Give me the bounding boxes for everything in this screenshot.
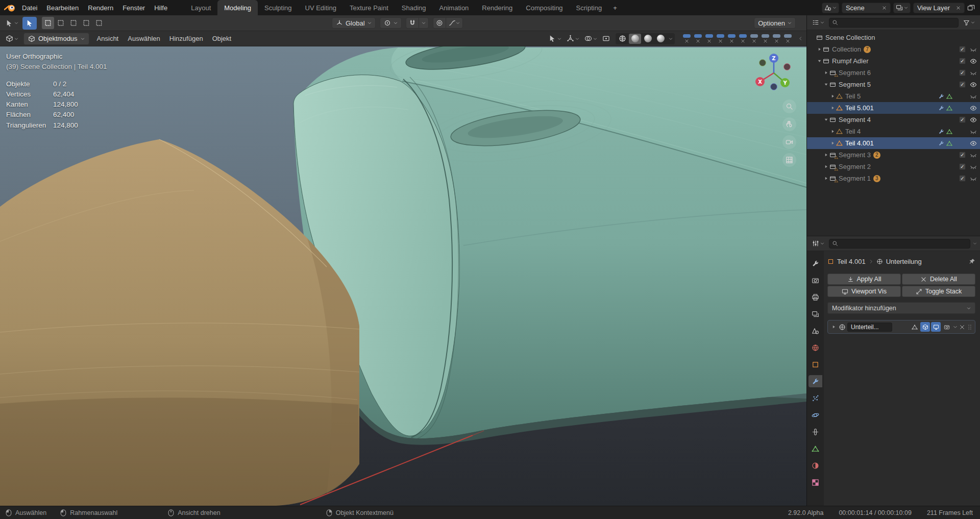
eye-closed-icon[interactable] <box>970 152 977 159</box>
disclosure-closed-icon[interactable] <box>830 325 837 329</box>
outliner-row-scene-collection[interactable]: Scene Collection <box>807 32 980 43</box>
eye-open-icon[interactable] <box>970 116 977 123</box>
exclude-checkbox[interactable] <box>959 175 966 182</box>
orientation-gizmo[interactable]: Z X Y <box>752 52 795 94</box>
tab-scripting[interactable]: Scripting <box>570 0 609 15</box>
tab-shading[interactable]: Shading <box>395 0 433 15</box>
select-mode-extend[interactable] <box>55 17 67 29</box>
eye-closed-icon[interactable] <box>970 175 977 182</box>
outliner-row-segment-3[interactable]: Segment 32 <box>807 149 980 161</box>
shading-rendered-button[interactable] <box>654 34 667 44</box>
viewport-menu-hinzufügen[interactable]: Hinzufügen <box>165 31 208 46</box>
eye-open-icon[interactable] <box>970 140 977 147</box>
modifier-extras-dropdown-icon[interactable] <box>953 325 958 329</box>
outliner-row-collection[interactable]: Collection7 <box>807 43 980 55</box>
properties-tab-material[interactable] <box>808 459 822 472</box>
properties-tab-texture[interactable] <box>808 476 822 488</box>
eye-closed-icon[interactable] <box>970 163 977 170</box>
axis-z-ball[interactable]: Z <box>769 54 778 63</box>
outliner-row-teil-4.001[interactable]: Teil 4.001 <box>807 137 980 149</box>
zoom-button[interactable] <box>782 100 796 113</box>
outliner-row-teil-5[interactable]: Teil 5 <box>807 90 980 102</box>
outliner-row-segment-6[interactable]: Segment 6 <box>807 67 980 79</box>
pan-button[interactable] <box>782 117 796 131</box>
object-type-visibility-button[interactable] <box>547 34 563 43</box>
modifier-toggle-show-in-editmode[interactable] <box>920 322 930 332</box>
axis-x-ball[interactable]: X <box>755 77 765 86</box>
outliner-editor-button[interactable] <box>810 18 826 27</box>
disclosure-closed-icon[interactable] <box>816 47 823 52</box>
disclosure-open-icon[interactable] <box>822 117 829 122</box>
shading-material-button[interactable] <box>642 34 654 44</box>
mini-toggle-1[interactable] <box>681 34 692 43</box>
eye-closed-icon[interactable] <box>970 128 977 135</box>
blender-logo-icon[interactable] <box>4 3 16 12</box>
tab-layout[interactable]: Layout <box>184 0 217 15</box>
camera-view-button[interactable] <box>782 135 796 149</box>
mini-toggle-6[interactable] <box>737 34 748 43</box>
properties-tab-world[interactable] <box>808 341 822 354</box>
disclosure-closed-icon[interactable] <box>822 153 829 157</box>
select-mode-intersect[interactable] <box>93 17 105 29</box>
axis-neg-z-ball[interactable] <box>771 84 777 90</box>
outliner-row-segment-4[interactable]: Segment 4 <box>807 114 980 126</box>
eye-closed-icon[interactable] <box>970 69 977 77</box>
properties-tab-constraints[interactable] <box>808 426 822 438</box>
screens-icon[interactable] <box>967 4 975 12</box>
add-modifier-dropdown[interactable]: Modifikator hinzufügen <box>827 302 975 314</box>
perspective-toggle-button[interactable] <box>782 153 796 167</box>
exclude-checkbox[interactable] <box>959 69 966 76</box>
exclude-checkbox[interactable] <box>959 46 966 53</box>
mode-dropdown[interactable]: Objektmodus <box>23 33 89 45</box>
menu-hilfe[interactable]: Hilfe <box>150 0 172 15</box>
add-workspace-button[interactable]: + <box>608 0 622 15</box>
modifier-name-field[interactable]: Unterteil... <box>847 323 892 332</box>
mini-toggle-8[interactable] <box>760 34 771 43</box>
disclosure-closed-icon[interactable] <box>822 70 829 75</box>
action-toggle-stack[interactable]: Toggle Stack <box>902 286 975 297</box>
mini-toggle-9[interactable] <box>771 34 782 43</box>
menu-fenster[interactable]: Fenster <box>118 0 150 15</box>
properties-tab-physics[interactable] <box>808 409 822 421</box>
exclude-checkbox[interactable] <box>959 152 966 158</box>
model-fuselage[interactable] <box>293 46 806 445</box>
properties-tab-output[interactable] <box>808 291 822 303</box>
active-tool-button[interactable] <box>22 17 37 30</box>
options-dropdown[interactable]: Optionen <box>754 17 796 29</box>
view-layer-selector[interactable]: View Layer <box>913 3 965 13</box>
tab-sculpting[interactable]: Sculpting <box>258 0 298 15</box>
viewport-menu-auswählen[interactable]: Auswählen <box>123 31 165 46</box>
modifier-toggle-show-render[interactable] <box>942 322 951 332</box>
tab-compositing[interactable]: Compositing <box>519 0 569 15</box>
outliner-row-teil-5.001[interactable]: Teil 5.001 <box>807 102 980 114</box>
delete-modifier-icon[interactable] <box>959 324 965 330</box>
editor-type-button[interactable] <box>4 34 20 43</box>
select-mode-subtract[interactable] <box>67 17 80 29</box>
shading-dropdown[interactable] <box>667 36 674 42</box>
modifier-toggle-show-on-cage[interactable] <box>910 322 919 332</box>
mini-toggle-2[interactable] <box>692 34 703 43</box>
breadcrumb-object[interactable]: Teil 4.001 <box>837 258 866 265</box>
disclosure-closed-icon[interactable] <box>829 141 836 145</box>
pin-icon[interactable] <box>969 258 975 265</box>
exclude-checkbox[interactable] <box>959 163 966 170</box>
close-icon[interactable] <box>956 6 961 10</box>
properties-tab-scene[interactable] <box>808 325 822 337</box>
pivot-dropdown[interactable] <box>380 17 402 29</box>
select-mode-set[interactable] <box>42 17 54 29</box>
mini-toggle-3[interactable] <box>703 34 715 43</box>
shading-solid-button[interactable] <box>629 34 641 44</box>
disclosure-closed-icon[interactable] <box>822 176 829 181</box>
exclude-checkbox[interactable] <box>959 116 966 123</box>
modifier-toggle-show-realtime[interactable] <box>931 322 941 332</box>
tab-modeling[interactable]: Modeling <box>217 0 258 15</box>
exclude-checkbox[interactable] <box>959 58 966 64</box>
outliner-row-teil-4[interactable]: Teil 4 <box>807 126 980 137</box>
eye-closed-icon[interactable] <box>970 46 977 53</box>
properties-editor-button[interactable] <box>810 239 826 248</box>
outliner-row-segment-5[interactable]: Segment 5 <box>807 79 980 90</box>
eye-open-icon[interactable] <box>970 81 977 88</box>
outliner-row-segment-1[interactable]: Segment 13 <box>807 172 980 184</box>
mini-toggle-5[interactable] <box>726 34 737 43</box>
disclosure-closed-icon[interactable] <box>829 94 836 98</box>
